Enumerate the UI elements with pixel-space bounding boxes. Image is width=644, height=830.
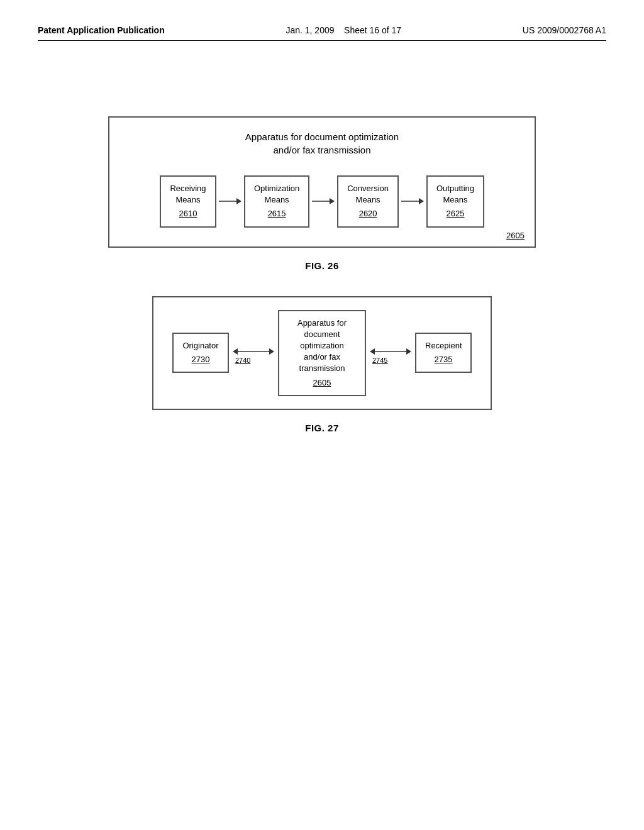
arrow1-fig26 [219,195,242,208]
apparatus-label3: and/or fax transmission [299,352,345,373]
outputting-means-box: Outputting Means 2625 [426,175,484,228]
conversion-means-box: Conversion Means 2620 [337,175,399,228]
optimization-means-box: Optimization Means 2615 [244,175,309,228]
svg-marker-7 [233,348,238,355]
header-publication-label: Patent Application Publication [38,25,165,35]
arrow1-label: 2740 [235,357,250,364]
recipient-label: Recepient [425,341,462,350]
outputting-means-number: 2625 [436,208,474,219]
outputting-means-label1: Outputting [436,184,474,193]
header-date-sheet: Jan. 1, 2009 Sheet 16 of 17 [286,25,401,35]
fig27-boxes-row: Originator 2730 2740 Apparatus for docum… [172,310,472,396]
fig26-boxes-row: Receiving Means 2610 Optimization Means … [128,175,516,228]
header-date: Jan. 1, 2009 [286,25,334,35]
originator-number: 2730 [182,354,219,365]
receiving-means-label1: Receiving [170,184,206,193]
recipient-number: 2735 [425,354,462,365]
arrow2-label: 2745 [372,357,387,364]
svg-marker-11 [406,348,411,355]
optimization-means-label1: Optimization [254,184,299,193]
svg-marker-8 [269,348,274,355]
fig26-label: FIG. 26 [305,260,339,271]
optimization-means-number: 2615 [254,208,299,219]
svg-marker-1 [236,198,242,204]
fig27-label: FIG. 27 [305,423,339,433]
header-sheet: Sheet 16 of 17 [344,25,401,35]
fig27-arrow1: 2740 [231,344,275,362]
receiving-means-label2: Means [175,195,200,204]
apparatus-number-fig27: 2605 [288,377,356,389]
arrow3-fig26 [401,195,424,208]
conversion-means-label1: Conversion [347,184,389,193]
fig26-diagram: Apparatus for document optimization and/… [108,116,536,248]
conversion-means-label2: Means [356,195,380,204]
page: Patent Application Publication Jan. 1, 2… [0,0,644,830]
apparatus-box-fig27: Apparatus for document optimization and/… [278,310,366,396]
originator-label: Originator [182,341,218,350]
optimization-means-label2: Means [265,195,289,204]
apparatus-label2: document optimization [300,329,343,350]
fig27-diagram: Originator 2730 2740 Apparatus for docum… [152,296,492,410]
main-content: Apparatus for document optimization and/… [38,116,606,458]
fig27-arrow2: 2745 [369,344,413,362]
fig26-title: Apparatus for document optimization and/… [128,130,516,157]
originator-box: Originator 2730 [172,333,229,373]
page-header: Patent Application Publication Jan. 1, 2… [38,25,606,41]
recipient-box: Recepient 2735 [415,333,472,373]
arrow2-fig26 [312,195,335,208]
svg-marker-5 [419,198,424,204]
conversion-means-number: 2620 [347,208,389,219]
receiving-means-number: 2610 [170,208,206,219]
receiving-means-box: Receiving Means 2610 [160,175,216,228]
outputting-means-label2: Means [443,195,467,204]
svg-marker-10 [370,348,375,355]
fig26-outer-ref: 2605 [506,231,525,240]
header-patent-number: US 2009/0002768 A1 [523,25,606,35]
apparatus-label1: Apparatus for [297,318,347,328]
svg-marker-3 [330,198,335,204]
